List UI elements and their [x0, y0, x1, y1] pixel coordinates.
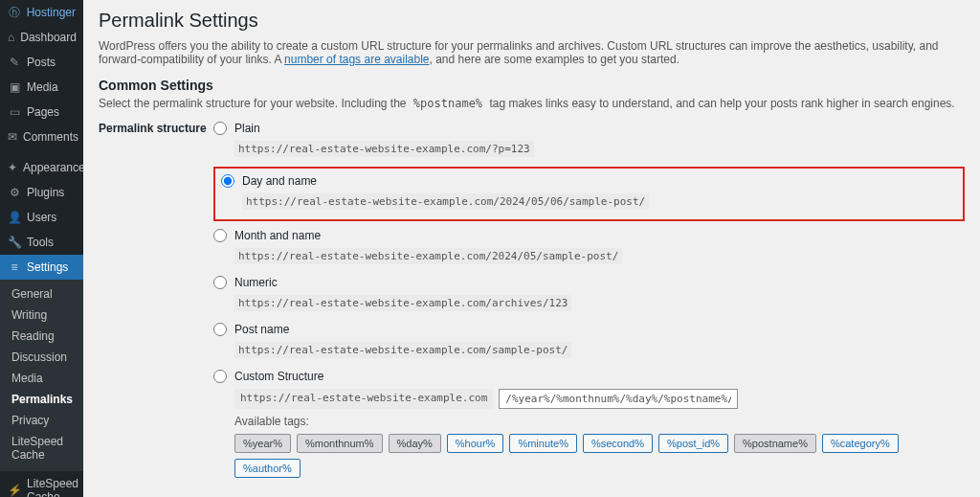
appearance-icon: ✦ [8, 161, 17, 174]
permalink-radio-label: Month and name [234, 229, 321, 242]
permalink-structure-row: Permalink structure Plainhttps://real-es… [99, 120, 965, 478]
sidebar-label: Users [27, 211, 56, 224]
users-icon: 👤 [8, 211, 21, 224]
sidebar-item-appearance[interactable]: ✦Appearance [0, 155, 83, 180]
sidebar-label: Plugins [27, 186, 64, 199]
permalink-option-day-and-name[interactable]: Day and name [221, 172, 957, 190]
permalink-structure-field: Plainhttps://real-estate-website-example… [213, 120, 965, 478]
permalink-option-custom-structure[interactable]: Custom Structure [213, 368, 965, 385]
sidebar-item-posts[interactable]: ✎Posts [0, 50, 83, 75]
url-example: https://real-estate-website-example.com/… [234, 295, 571, 311]
sidebar-label: Hostinger [27, 6, 76, 19]
permalink-radio-label: Post name [234, 323, 289, 336]
comments-icon: ✉ [8, 130, 17, 144]
settings-icon: ≡ [8, 260, 21, 274]
sidebar-label: Dashboard [20, 31, 77, 44]
permalink-radio[interactable] [213, 276, 227, 289]
sidebar-label: Comments [23, 130, 78, 144]
custom-base-url: https://real-estate-website-example.com [234, 389, 493, 409]
highlighted-option: Day and namehttps://real-estate-website-… [213, 167, 965, 221]
sidebar-label: Appearance [23, 161, 83, 174]
permalink-option-post-name[interactable]: Post name [213, 321, 965, 338]
permalink-radio[interactable] [213, 370, 227, 383]
tag-hour[interactable]: %hour% [447, 434, 504, 453]
url-example: https://real-estate-website-example.com/… [234, 342, 571, 358]
permalink-radio[interactable] [221, 174, 234, 188]
sidebar-item-users[interactable]: 👤Users [0, 205, 83, 230]
custom-structure-input[interactable] [499, 389, 738, 409]
tag-postname[interactable]: %postname% [734, 434, 816, 453]
sidebar-item-dashboard[interactable]: ⌂Dashboard [0, 25, 83, 50]
sidebar-item-tools[interactable]: 🔧Tools [0, 230, 83, 255]
submenu-litespeed-cache[interactable]: LiteSpeed Cache [0, 431, 83, 465]
submenu-privacy[interactable]: Privacy [0, 410, 83, 431]
permalink-option-plain[interactable]: Plain [213, 120, 965, 137]
url-example: https://real-estate-website-example.com/… [242, 193, 649, 210]
page-title: Permalink Settings [99, 10, 965, 32]
permalink-option-numeric[interactable]: Numeric [213, 274, 965, 291]
permalink-radio-label: Numeric [234, 276, 278, 289]
sidebar-item-plugins[interactable]: ⚙Plugins [0, 180, 83, 205]
available-tags-label: Available tags: [234, 415, 965, 428]
tag-day[interactable]: %day% [389, 434, 441, 453]
tag-author[interactable]: %author% [234, 459, 301, 478]
tag-monthnum[interactable]: %monthnum% [297, 434, 383, 453]
posts-icon: ✎ [8, 56, 21, 69]
permalink-radio-label: Plain [234, 122, 260, 135]
sidebar-label: LiteSpeed Cache [27, 477, 78, 497]
sidebar-label: Pages [27, 105, 59, 119]
available-tags: %year%%monthnum%%day%%hour%%minute%%seco… [234, 434, 965, 478]
permalink-radio[interactable] [213, 323, 227, 336]
settings-submenu: GeneralWritingReadingDiscussionMediaPerm… [0, 280, 83, 471]
tag-year[interactable]: %year% [234, 434, 291, 453]
plugins-icon: ⚙ [8, 186, 21, 199]
dashboard-icon: ⌂ [8, 31, 14, 44]
common-settings-desc: Select the permalink structure for your … [99, 97, 965, 110]
tags-available-link[interactable]: number of tags are available [284, 53, 429, 66]
media-icon: ▣ [8, 80, 21, 94]
permalink-radio[interactable] [213, 229, 227, 242]
url-example: https://real-estate-website-example.com/… [234, 141, 534, 157]
tag-category[interactable]: %category% [822, 434, 899, 453]
permalink-structure-label: Permalink structure [99, 120, 213, 478]
tag-second[interactable]: %second% [583, 434, 653, 453]
sidebar-label: Posts [27, 56, 56, 69]
litespeed-cache-icon: ⚡ [8, 484, 21, 497]
submenu-permalinks[interactable]: Permalinks [0, 389, 83, 410]
custom-structure-row: https://real-estate-website-example.com [234, 389, 965, 409]
tag-post_id[interactable]: %post_id% [658, 434, 728, 453]
sidebar-item-settings[interactable]: ≡Settings [0, 255, 83, 280]
sidebar-label: Media [27, 80, 58, 94]
tag-minute[interactable]: %minute% [509, 434, 577, 453]
permalink-radio-label: Day and name [242, 174, 317, 188]
sidebar-item-comments[interactable]: ✉Comments [0, 124, 83, 149]
sidebar-item-media[interactable]: ▣Media [0, 75, 83, 100]
page-intro: WordPress offers you the ability to crea… [99, 39, 965, 66]
tools-icon: 🔧 [8, 236, 21, 249]
sidebar-item-hostinger[interactable]: ⓗHostinger [0, 0, 83, 25]
sidebar-label: Settings [27, 260, 68, 274]
postname-tag-code: %postname% [410, 96, 486, 111]
submenu-writing[interactable]: Writing [0, 305, 83, 326]
permalink-radio[interactable] [213, 122, 227, 135]
submenu-general[interactable]: General [0, 283, 83, 305]
hostinger-icon: ⓗ [8, 6, 21, 19]
content-area: Permalink Settings WordPress offers you … [83, 0, 980, 497]
submenu-reading[interactable]: Reading [0, 326, 83, 347]
pages-icon: ▭ [8, 105, 21, 119]
submenu-discussion[interactable]: Discussion [0, 347, 83, 368]
permalink-radio-label: Custom Structure [234, 370, 323, 383]
sidebar-label: Tools [27, 236, 54, 249]
sidebar-item-pages[interactable]: ▭Pages [0, 100, 83, 124]
admin-sidebar: ⓗHostinger⌂Dashboard✎Posts▣Media▭Pages✉C… [0, 0, 83, 497]
permalink-option-month-and-name[interactable]: Month and name [213, 227, 965, 244]
url-example: https://real-estate-website-example.com/… [234, 248, 622, 264]
common-settings-heading: Common Settings [99, 78, 965, 93]
submenu-media[interactable]: Media [0, 368, 83, 389]
sidebar-item-litespeed-cache[interactable]: ⚡LiteSpeed Cache [0, 471, 83, 497]
